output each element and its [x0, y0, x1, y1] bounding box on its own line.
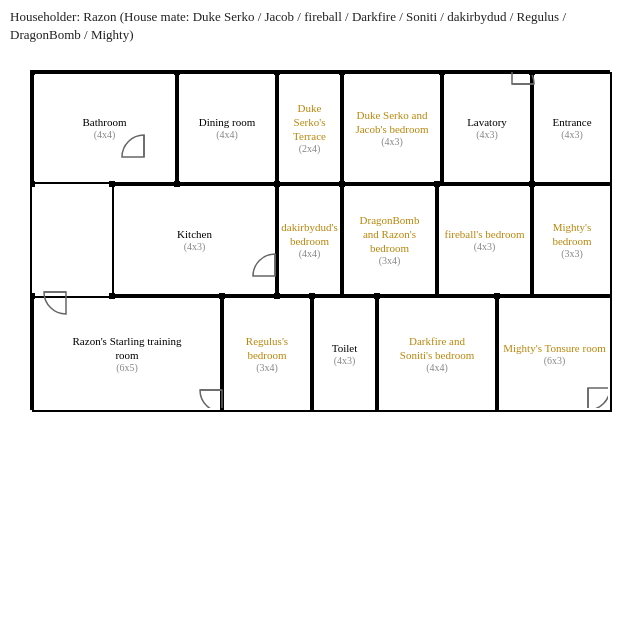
- room-size-duke-serko-jacob-bedroom: (4x3): [381, 136, 403, 148]
- room-name-darkfire-soniti-bedroom: Darkfire and Soniti's bedroom: [400, 334, 474, 363]
- room-name-dragonbomb-razon-bedroom: DragonBomb and Razon's bedroom: [360, 213, 420, 256]
- room-kitchen: Kitchen(4x3): [112, 184, 277, 296]
- room-name-entrance: Entrance: [552, 115, 591, 129]
- room-dining-room: Dining room(4x4): [177, 72, 277, 184]
- room-name-razon-starling: Razon's Starling training room: [73, 334, 182, 363]
- room-name-duke-serko-terrace: Duke Serko's Terrace: [293, 101, 326, 144]
- room-entrance: Entrance(4x3): [532, 72, 612, 184]
- room-size-entrance: (4x3): [561, 129, 583, 141]
- room-dragonbomb-razon-bedroom: DragonBomb and Razon's bedroom(3x4): [342, 184, 437, 296]
- room-darkfire-soniti-bedroom: Darkfire and Soniti's bedroom(4x4): [377, 296, 497, 412]
- room-duke-serko-terrace: Duke Serko's Terrace(2x4): [277, 72, 342, 184]
- room-dakirbydud-bedroom: dakirbydud's bedroom(4x4): [277, 184, 342, 296]
- header-text: Householder: Razon (House mate: Duke Ser…: [0, 0, 642, 48]
- householder-info: Householder: Razon (House mate: Duke Ser…: [10, 9, 566, 42]
- room-size-toilet: (4x3): [334, 355, 356, 367]
- room-size-dragonbomb-razon-bedroom: (3x4): [379, 255, 401, 267]
- room-size-regulus-bedroom: (3x4): [256, 362, 278, 374]
- room-size-mighty-tonsure-room: (6x3): [544, 355, 566, 367]
- room-size-fireball-bedroom: (4x3): [474, 241, 496, 253]
- room-mighty-tonsure-room: Mighty's Tonsure room(6x3): [497, 296, 612, 412]
- room-name-mighty-tonsure-room: Mighty's Tonsure room: [503, 341, 605, 355]
- room-name-kitchen: Kitchen: [177, 227, 212, 241]
- room-size-bathroom: (4x4): [94, 129, 116, 141]
- room-name-toilet: Toilet: [332, 341, 358, 355]
- floor-grid: Bathroom(4x4)Dining room(4x4)Duke Serko'…: [30, 70, 610, 410]
- room-bathroom: Bathroom(4x4): [32, 72, 177, 184]
- room-name-mighty-bedroom: Mighty's bedroom: [552, 220, 591, 249]
- room-size-kitchen: (4x3): [184, 241, 206, 253]
- room-size-dining-room: (4x4): [216, 129, 238, 141]
- room-size-mighty-bedroom: (3x3): [561, 248, 583, 260]
- room-size-darkfire-soniti-bedroom: (4x4): [426, 362, 448, 374]
- room-size-razon-starling: (6x5): [116, 362, 138, 374]
- room-name-bathroom: Bathroom: [83, 115, 127, 129]
- room-size-duke-serko-terrace: (2x4): [299, 143, 321, 155]
- room-name-dining-room: Dining room: [199, 115, 256, 129]
- room-name-regulus-bedroom: Regulus's bedroom: [246, 334, 288, 363]
- floorplan-container: Bathroom(4x4)Dining room(4x4)Duke Serko'…: [30, 70, 610, 410]
- room-mighty-bedroom: Mighty's bedroom(3x3): [532, 184, 612, 296]
- room-size-dakirbydud-bedroom: (4x4): [299, 248, 321, 260]
- room-toilet: Toilet(4x3): [312, 296, 377, 412]
- room-razon-starling: Razon's Starling training room(6x5): [32, 296, 222, 412]
- room-duke-serko-jacob-bedroom: Duke Serko and Jacob's bedroom(4x3): [342, 72, 442, 184]
- room-name-fireball-bedroom: fireball's bedroom: [445, 227, 525, 241]
- room-name-lavatory: Lavatory: [467, 115, 507, 129]
- room-lavatory: Lavatory(4x3): [442, 72, 532, 184]
- room-size-lavatory: (4x3): [476, 129, 498, 141]
- room-regulus-bedroom: Regulus's bedroom(3x4): [222, 296, 312, 412]
- room-name-duke-serko-jacob-bedroom: Duke Serko and Jacob's bedroom: [355, 108, 428, 137]
- room-name-dakirbydud-bedroom: dakirbydud's bedroom: [281, 220, 337, 249]
- room-fireball-bedroom: fireball's bedroom(4x3): [437, 184, 532, 296]
